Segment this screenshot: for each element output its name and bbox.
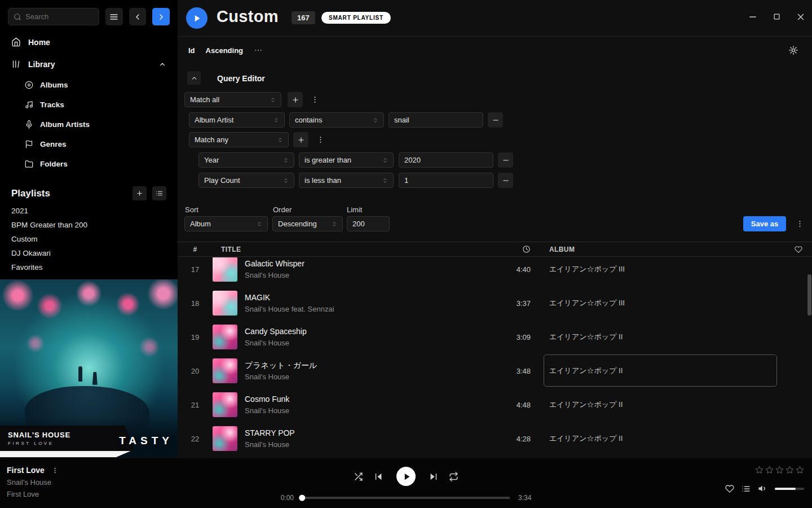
rule2-remove-button[interactable]: [498, 152, 513, 168]
settings-button[interactable]: [788, 45, 798, 55]
rule3-value-input[interactable]: [399, 173, 493, 188]
track-album[interactable]: エイリアン☆ポップ III: [544, 264, 785, 274]
match-any-select[interactable]: Match any: [189, 132, 289, 147]
track-album[interactable]: エイリアン☆ポップ II: [544, 400, 785, 410]
track-artist[interactable]: Snail's House: [245, 406, 289, 415]
star-icon[interactable]: [765, 466, 774, 474]
playlist-item-bpm[interactable]: BPM Greater than 200: [0, 218, 178, 232]
track-album[interactable]: エイリアン☆ポップ II: [544, 332, 785, 342]
query-menu-button[interactable]: [792, 216, 807, 231]
star-icon[interactable]: [785, 466, 794, 474]
track-artist[interactable]: Snail's House feat. Sennzai: [245, 304, 334, 314]
add-rule-button[interactable]: [288, 92, 303, 107]
limit-input[interactable]: [347, 216, 390, 231]
sidebar-item-library[interactable]: Library: [0, 53, 178, 75]
playlist-list-button[interactable]: [152, 186, 166, 200]
now-playing-artist[interactable]: Snail's House: [7, 478, 59, 487]
track-duration: 4:40: [482, 265, 544, 274]
table-row[interactable]: 17 Galactic Whisper Snail's House 4:40 エ…: [178, 257, 812, 286]
column-index[interactable]: #: [178, 246, 213, 253]
favorite-button[interactable]: [725, 484, 734, 493]
rule1-remove-button[interactable]: [488, 112, 503, 128]
track-artist[interactable]: Snail's House: [245, 440, 295, 449]
rule-group-menu-button[interactable]: [307, 92, 323, 107]
group-add-rule-button[interactable]: [293, 132, 308, 147]
track-album[interactable]: エイリアン☆ポップ III: [544, 298, 785, 308]
rule1-value-input[interactable]: [389, 112, 483, 128]
previous-track-button[interactable]: [374, 472, 383, 481]
column-duration[interactable]: [482, 245, 544, 253]
shuffle-button[interactable]: [354, 472, 363, 481]
volume-slider[interactable]: [775, 488, 804, 490]
chevron-up-icon[interactable]: [158, 60, 166, 68]
order-select[interactable]: Descending: [272, 216, 343, 231]
seek-handle[interactable]: [299, 495, 306, 501]
play-pause-button[interactable]: [396, 467, 416, 486]
now-playing-title[interactable]: First Love: [7, 466, 45, 475]
rule2-value-input[interactable]: [399, 152, 493, 168]
sidebar-item-genres[interactable]: Genres: [0, 134, 178, 154]
match-all-value: Match all: [190, 95, 219, 104]
match-all-select[interactable]: Match all: [184, 92, 281, 107]
column-album[interactable]: ALBUM: [544, 246, 785, 253]
playlist-item-custom[interactable]: Custom: [0, 232, 178, 246]
volume-button[interactable]: [758, 484, 767, 493]
star-icon[interactable]: [796, 466, 804, 474]
track-album[interactable]: エイリアン☆ポップ II: [544, 366, 785, 376]
track-title: プラネット・ガール: [245, 360, 317, 370]
queue-button[interactable]: [742, 484, 751, 493]
star-icon[interactable]: [775, 466, 784, 474]
table-row[interactable]: 18 MAGIK Snail's House feat. Sennzai 3:3…: [178, 286, 812, 320]
playlist-item-2021[interactable]: 2021: [0, 204, 178, 218]
track-artist[interactable]: Snail's House: [245, 338, 307, 348]
rule3-operator-select[interactable]: is less than: [299, 173, 394, 188]
rule2-field-select[interactable]: Year: [198, 152, 294, 168]
sidebar-item-albums[interactable]: Albums: [0, 75, 178, 95]
nav-forward-button[interactable]: [152, 8, 170, 25]
search-input[interactable]: [25, 12, 94, 21]
table-row[interactable]: 22 STARRY POP Snail's House 4:28 エイリアン☆ポ…: [178, 422, 812, 456]
sort-field-label[interactable]: Id: [188, 46, 195, 55]
sort-order-label[interactable]: Ascending: [206, 46, 243, 55]
track-album[interactable]: エイリアン☆ポップ II: [544, 433, 785, 444]
minimize-button[interactable]: [748, 12, 757, 21]
group-menu-button[interactable]: [313, 132, 328, 147]
sidebar-item-tracks[interactable]: Tracks: [0, 95, 178, 115]
table-row[interactable]: 19 Candy Spaceship Snail's House 3:09 エイ…: [178, 320, 812, 354]
add-playlist-button[interactable]: [133, 186, 147, 200]
sort-more-button[interactable]: [254, 46, 263, 55]
star-icon[interactable]: [755, 466, 764, 474]
sort-select[interactable]: Album: [184, 216, 268, 231]
scrollbar-thumb[interactable]: [807, 274, 811, 316]
column-favorite[interactable]: [785, 246, 812, 253]
playlist-item-favorites[interactable]: Favorites: [0, 260, 178, 274]
query-editor-collapse-button[interactable]: [187, 71, 201, 85]
save-as-button[interactable]: Save as: [743, 216, 786, 231]
sidebar-item-folders[interactable]: Folders: [0, 154, 178, 174]
menu-button[interactable]: [105, 8, 123, 25]
maximize-button[interactable]: [773, 12, 781, 21]
playlist-item-dj-okawari[interactable]: DJ Okawari: [0, 246, 178, 260]
sidebar-item-album-artists[interactable]: Album Artists: [0, 115, 178, 134]
rule3-remove-button[interactable]: [498, 173, 513, 188]
close-button[interactable]: [796, 12, 805, 21]
table-row[interactable]: 21 Cosmo Funk Snail's House 4:48 エイリアン☆ポ…: [178, 388, 812, 422]
rule1-operator-select[interactable]: contains: [289, 112, 384, 128]
more-vertical-icon: [316, 135, 325, 144]
repeat-button[interactable]: [449, 472, 458, 481]
rule1-field-select[interactable]: Album Artist: [189, 112, 285, 128]
sidebar-item-home[interactable]: Home: [0, 31, 178, 53]
now-playing-artwork[interactable]: SNAIL'S HOUSE FIRST LOVE TASTY: [0, 279, 178, 457]
now-playing-album[interactable]: First Love: [7, 490, 59, 498]
now-playing-menu-button[interactable]: [51, 467, 59, 474]
track-artist[interactable]: Snail's House: [245, 270, 304, 280]
table-row[interactable]: 20 プラネット・ガール Snail's House 3:48 エイリアン☆ポッ…: [178, 354, 812, 388]
rule3-field-select[interactable]: Play Count: [198, 173, 294, 188]
nav-back-button[interactable]: [129, 8, 147, 25]
column-title[interactable]: TITLE: [213, 246, 482, 253]
rule2-operator-select[interactable]: is greater than: [299, 152, 394, 168]
play-playlist-button[interactable]: [186, 7, 208, 29]
track-artist[interactable]: Snail's House: [245, 372, 317, 382]
next-track-button[interactable]: [429, 472, 438, 481]
seek-slider[interactable]: [302, 497, 510, 499]
